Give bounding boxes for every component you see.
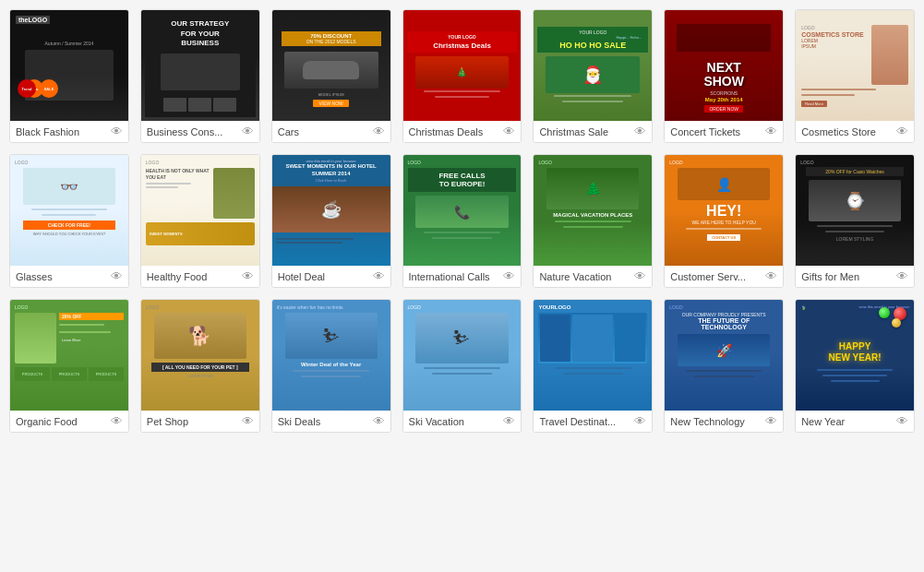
thumb-logo: LOGO: [408, 304, 421, 310]
preview-icon[interactable]: 👁: [242, 414, 254, 428]
thumb-nature-photo: 🌲: [546, 168, 639, 209]
thumb-product3: PRODUCTS: [89, 367, 124, 381]
template-customer-serv[interactable]: LOGO 👤 HEY! WE ARE HERE TO HELP YOU CONT…: [664, 154, 784, 288]
thumb-hey: HEY!: [706, 203, 741, 220]
thumb-cta: Read More: [801, 101, 827, 107]
template-travel-destinat[interactable]: YOURLOGO Travel Destinat... 👁: [533, 299, 653, 433]
template-hotel-deal[interactable]: view this email in your browser SWEET MO…: [271, 154, 391, 288]
preview-icon[interactable]: 👁: [896, 269, 908, 283]
thumb-car-image: [161, 54, 240, 90]
thumb-woman-img: [15, 313, 56, 363]
preview-icon[interactable]: 👁: [765, 269, 777, 283]
preview-icon[interactable]: 👁: [634, 414, 646, 428]
template-name: International Calls: [409, 271, 490, 282]
template-name: Christmas Sale: [539, 126, 608, 137]
template-name: Pet Shop: [147, 416, 188, 427]
template-business-cons[interactable]: OUR STRATEGYFOR YOURBUSINESS Business Co…: [140, 9, 260, 143]
content-line: [432, 237, 492, 239]
preview-icon[interactable]: 👁: [242, 125, 254, 138]
thumb-lorem: LOREM STYLING: [836, 236, 874, 242]
thumb-skier-img: ⛷: [285, 313, 378, 359]
thumb-person-img: 👤: [678, 168, 770, 200]
thumb-title: HEALTH IS NOT ONLY WHAT YOU EAT: [146, 168, 210, 180]
template-glasses[interactable]: LOGO 👓 CHECK FOR FREE! WHY SHOULD YOU CH…: [9, 154, 129, 288]
template-new-year[interactable]: view this email in your browser 🍃 HAPPYN…: [795, 299, 915, 433]
thumb-logo: LOGO: [669, 304, 682, 310]
template-thumb: LOGO 🐕 [ ALL YOU NEED FOR YOUR PET ] LOR…: [141, 300, 259, 411]
template-healthy-food[interactable]: LOGO HEALTH IS NOT ONLY WHAT YOU EAT SWE…: [140, 154, 260, 288]
thumb-logo: LOGO: [800, 160, 813, 165]
template-name: Cars: [278, 126, 299, 137]
template-name: Christmas Deals: [409, 126, 484, 137]
template-name: Nature Vacation: [539, 271, 611, 282]
content-line: [432, 373, 492, 375]
template-nature-vacation[interactable]: LOGO 🌲 MAGICAL VACATION PLACES Nature Va…: [533, 154, 653, 288]
content-line: [825, 231, 885, 232]
template-thumb: YOUR LOGO Christmas Deals 🎄: [403, 10, 522, 121]
template-pet-shop[interactable]: LOGO 🐕 [ ALL YOU NEED FOR YOUR PET ] LOR…: [140, 299, 260, 433]
template-name: Concert Tickets: [670, 126, 740, 137]
content-line: [801, 89, 876, 90]
preview-icon[interactable]: 👁: [634, 269, 646, 283]
content-line: [424, 367, 500, 369]
template-label-row: Cosmetics Store 👁: [796, 121, 914, 142]
content-line: [293, 370, 369, 372]
thumb-title: OUR STRATEGYFOR YOURBUSINESS: [171, 19, 229, 48]
thumb-skier-photo: ⛷: [415, 313, 508, 363]
template-label-row: New Technology 👁: [665, 411, 783, 432]
thumb-title: SWEET MOMENTS IN OUR HOTELSUMMER 2014: [276, 163, 387, 178]
template-name: Ski Deals: [278, 416, 320, 427]
template-christmas-sale[interactable]: YOUR LOGO Happi... Hoho... HO HO HO SALE…: [533, 9, 653, 143]
thumb-tagline: view this email in your browser: [800, 304, 909, 309]
preview-icon[interactable]: 👁: [373, 269, 385, 283]
preview-icon[interactable]: 👁: [111, 269, 123, 283]
preview-icon[interactable]: 👁: [634, 125, 646, 138]
preview-icon[interactable]: 👁: [765, 125, 777, 138]
preview-icon[interactable]: 👁: [503, 414, 515, 428]
template-ski-vacation[interactable]: LOGO ⛷ Ski Vacation 👁: [402, 299, 522, 433]
content-line: [686, 370, 762, 372]
thumb-image: 🎄: [415, 56, 510, 89]
template-organic-food[interactable]: LOGO 20% OFF Learn More PRODUCTS PRODUCT…: [9, 299, 129, 433]
thumb-artist: SCORPIONS: [710, 90, 738, 96]
template-thumb: LOGO 20% OFF for Casio Watches ⌚ LOREM S…: [796, 155, 914, 266]
templates-grid: theLOGO Autumn / Summer 2014 New Trend S…: [9, 9, 915, 433]
content-line: [822, 375, 888, 376]
thumb-cta: Click Here to Book: [276, 178, 387, 183]
template-cosmetics-store[interactable]: LOGO COSMETICS STORE LOREMIPSUM Read Mor…: [795, 9, 915, 143]
preview-icon[interactable]: 👁: [765, 414, 777, 428]
preview-icon[interactable]: 👁: [373, 414, 385, 428]
thumb-logo: YOUR LOGO: [410, 34, 515, 40]
content-line: [562, 101, 623, 102]
thumb-logo: LOGO: [15, 304, 28, 310]
preview-icon[interactable]: 👁: [896, 125, 908, 138]
template-label-row: Glasses 👁: [10, 266, 128, 287]
template-new-technology[interactable]: LOGO OUR COMPANY PROUDLY PRESENTS THE FU…: [664, 299, 784, 433]
preview-icon[interactable]: 👁: [373, 125, 385, 138]
template-cars[interactable]: 70% DISCOUNTON THE 2012 MODELS MODEL IPS…: [271, 9, 391, 143]
template-gifts-for-men[interactable]: LOGO 20% OFF for Casio Watches ⌚ LOREM S…: [795, 154, 915, 288]
template-label-row: Organic Food 👁: [10, 411, 128, 432]
content-line: [831, 380, 880, 382]
template-label-row: Gifts for Men 👁: [796, 266, 914, 287]
template-christmas-deals[interactable]: YOUR LOGO Christmas Deals 🎄 Christmas De…: [402, 9, 522, 143]
preview-icon[interactable]: 👁: [896, 414, 908, 428]
template-label-row: Customer Serv... 👁: [665, 266, 783, 287]
thumb-title: Christmas Deals: [410, 42, 515, 50]
badge-trend: Trend: [18, 79, 36, 98]
thumb-tech-img: 🚀: [678, 334, 770, 366]
template-ski-deals[interactable]: it's easier when fun has no limits ⛷ Win…: [271, 299, 391, 433]
template-international-calls[interactable]: LOGO FREE CALLSTO EUROPE! 📞 Internationa…: [402, 154, 522, 288]
thumb-logo: LOGO: [408, 160, 421, 165]
preview-icon[interactable]: 👁: [503, 125, 515, 138]
content-line: [563, 226, 623, 228]
preview-icon[interactable]: 👁: [503, 269, 515, 283]
template-label-row: Pet Shop 👁: [141, 411, 259, 432]
template-concert-tickets[interactable]: NEXTSHOW SCORPIONS May 20th 2014 ORDER N…: [664, 9, 784, 143]
preview-icon[interactable]: 👁: [242, 269, 254, 283]
preview-icon[interactable]: 👁: [111, 125, 123, 138]
preview-icon[interactable]: 👁: [111, 414, 123, 428]
template-black-fashion[interactable]: theLOGO Autumn / Summer 2014 New Trend S…: [9, 9, 129, 143]
thumb-title: MAGICAL VACATION PLACES: [553, 212, 632, 218]
thumb-title: NEXTSHOW: [703, 61, 744, 89]
